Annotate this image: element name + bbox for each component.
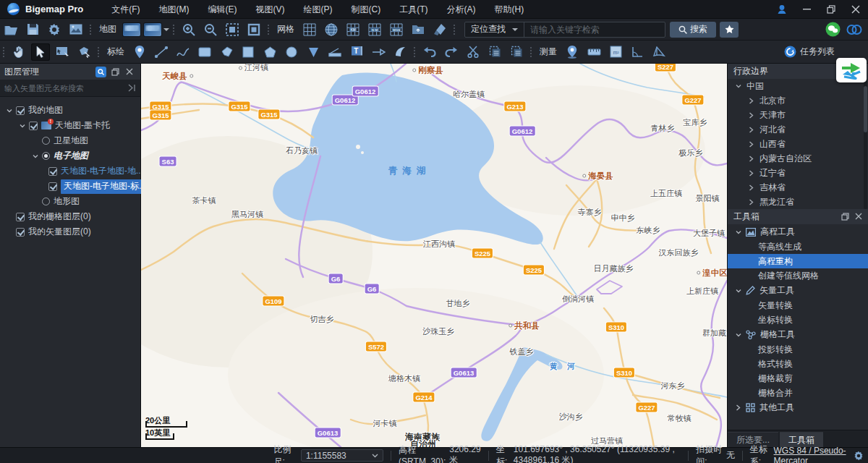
menu-item-0[interactable]: 文件(F) bbox=[102, 0, 149, 19]
settings-gear-icon[interactable] bbox=[45, 21, 64, 38]
wechat-support-icon[interactable] bbox=[825, 22, 841, 37]
measure-position-icon[interactable] bbox=[563, 43, 582, 61]
map-viewport[interactable]: G315G315G315G315G0612G0612G213G0612S227G… bbox=[141, 64, 727, 447]
toolbox-item[interactable]: 栅格裁剪 bbox=[728, 371, 868, 386]
admin-scrollbar[interactable] bbox=[864, 80, 867, 209]
layer-search-icon[interactable] bbox=[94, 66, 107, 77]
plot-pentagon-icon[interactable] bbox=[260, 43, 279, 61]
admin-province-6[interactable]: 吉林省 bbox=[728, 180, 868, 195]
layer-tree-row[interactable]: 我的栅格图层(0) bbox=[0, 209, 140, 224]
admin-province-5[interactable]: 辽宁省 bbox=[728, 166, 868, 180]
zoom-in-icon[interactable] bbox=[179, 21, 198, 38]
zoom-rect-icon[interactable] bbox=[244, 21, 263, 38]
grid-wgs-icon[interactable]: WGS bbox=[387, 21, 406, 38]
locate-mode-select[interactable]: 定位查找 bbox=[465, 23, 524, 35]
menu-item-3[interactable]: 视图(V) bbox=[247, 0, 294, 19]
image-export-icon[interactable] bbox=[67, 21, 85, 38]
chevron-down-icon[interactable] bbox=[735, 287, 741, 294]
chevron-right-icon[interactable] bbox=[748, 141, 754, 148]
collapse-panel-icon[interactable] bbox=[127, 84, 136, 92]
layer-filter-input[interactable] bbox=[4, 84, 127, 93]
admin-province-3[interactable]: 山西省 bbox=[728, 137, 868, 151]
chevron-right-icon[interactable] bbox=[748, 98, 754, 104]
basemap-thumbnail-1[interactable] bbox=[122, 21, 141, 38]
pan-hand-icon[interactable] bbox=[9, 43, 28, 61]
cut-scissors-icon[interactable] bbox=[464, 43, 482, 61]
task-list-icon[interactable] bbox=[784, 46, 796, 58]
toolbox-item[interactable]: 等高线生成 bbox=[728, 239, 868, 254]
chevron-down-icon[interactable] bbox=[19, 122, 25, 129]
toolbox-item[interactable]: 坐标转换 bbox=[728, 313, 868, 327]
grid-globe-icon[interactable] bbox=[322, 21, 341, 38]
layer-panel-float-icon[interactable] bbox=[109, 66, 122, 77]
plot-slope-icon[interactable] bbox=[326, 43, 344, 61]
measure-protractor-icon[interactable] bbox=[650, 43, 668, 61]
chevron-down-icon[interactable] bbox=[735, 229, 741, 235]
chevron-right-icon[interactable] bbox=[748, 127, 754, 133]
select-by-screen-icon[interactable] bbox=[53, 43, 72, 61]
floating-launcher[interactable] bbox=[836, 58, 867, 82]
chevron-down-icon[interactable] bbox=[32, 153, 38, 159]
grid-icon[interactable] bbox=[300, 21, 319, 38]
plot-point-icon[interactable] bbox=[130, 43, 149, 61]
toolbox-group-3[interactable]: 其他工具 bbox=[728, 400, 868, 415]
toolbox-group-0[interactable]: 高程工具 bbox=[728, 224, 868, 239]
chevron-right-icon[interactable] bbox=[748, 199, 754, 205]
admin-province-1[interactable]: 天津市 bbox=[728, 108, 868, 122]
layer-checkbox[interactable] bbox=[16, 106, 25, 115]
layer-checkbox[interactable] bbox=[16, 228, 25, 237]
toolbox-group-2[interactable]: 栅格工具 bbox=[728, 327, 868, 342]
user-avatar-icon[interactable] bbox=[770, 0, 794, 18]
layer-tree-row[interactable]: 天地图-墨卡托 bbox=[0, 118, 140, 133]
menu-item-2[interactable]: 编辑(E) bbox=[199, 0, 247, 19]
admin-province-0[interactable]: 北京市 bbox=[728, 93, 868, 108]
qq-support-icon[interactable] bbox=[846, 23, 862, 36]
plot-line-icon[interactable] bbox=[152, 43, 171, 61]
layer-checkbox[interactable] bbox=[29, 122, 38, 130]
redo-icon[interactable] bbox=[442, 43, 461, 61]
plot-cone-icon[interactable] bbox=[304, 43, 323, 61]
plot-polygon-icon[interactable] bbox=[217, 43, 236, 61]
grid-degree-icon[interactable]: N·M bbox=[365, 21, 384, 38]
menu-item-7[interactable]: 分析(A) bbox=[438, 0, 485, 19]
measure-angle-icon[interactable] bbox=[628, 43, 647, 61]
chevron-right-icon[interactable] bbox=[748, 156, 754, 162]
close-button[interactable] bbox=[843, 0, 868, 18]
plot-arc-icon[interactable] bbox=[391, 43, 409, 61]
layer-checkbox[interactable] bbox=[48, 182, 57, 191]
scale-select[interactable]: 1:1155583 bbox=[301, 449, 383, 462]
save-icon[interactable] bbox=[23, 21, 42, 38]
layer-tree-row[interactable]: 我的矢量图层(0) bbox=[0, 224, 140, 239]
layer-tree-row[interactable]: 卫星地图 bbox=[0, 133, 140, 148]
toolbox-close-icon[interactable] bbox=[855, 213, 862, 220]
toolbox-group-1[interactable]: 矢量工具 bbox=[728, 283, 868, 298]
toolbox-item[interactable]: 高程重构 bbox=[728, 254, 868, 268]
select-cursor-icon[interactable] bbox=[31, 43, 50, 61]
layer-tree-row[interactable]: 天地图-电子地图-标... bbox=[0, 179, 140, 194]
open-project-icon[interactable] bbox=[1, 21, 20, 38]
toolbox-item[interactable]: 矢量转换 bbox=[728, 298, 868, 313]
undo-icon[interactable] bbox=[420, 43, 439, 61]
measure-area-icon[interactable]: m² bbox=[606, 43, 625, 61]
plot-circle-icon[interactable] bbox=[282, 43, 301, 61]
plot-curve-icon[interactable] bbox=[174, 43, 192, 61]
admin-province-4[interactable]: 内蒙古自治区 bbox=[728, 151, 868, 166]
copy-icon[interactable] bbox=[485, 43, 504, 61]
layer-tree-row[interactable]: 天地图-电子地图-地... bbox=[0, 163, 140, 179]
favorites-button[interactable] bbox=[720, 22, 739, 38]
toolbox-item[interactable]: 栅格合并 bbox=[728, 386, 868, 400]
toolbox-item[interactable]: 创建等值线网格 bbox=[728, 268, 868, 283]
measure-distance-icon[interactable] bbox=[584, 43, 603, 61]
layer-tree-row[interactable]: 电子地图 bbox=[0, 148, 140, 163]
plot-text-icon[interactable]: T bbox=[347, 43, 366, 61]
layer-radio[interactable] bbox=[42, 197, 50, 205]
chevron-down-icon[interactable] bbox=[735, 331, 741, 338]
menu-item-8[interactable]: 帮助(H) bbox=[485, 0, 534, 19]
zoom-extent-icon[interactable] bbox=[223, 21, 242, 38]
basemap-thumbnail-2[interactable] bbox=[144, 21, 169, 38]
layer-tree-row[interactable]: 我的地图 bbox=[0, 103, 140, 118]
layer-radio[interactable] bbox=[42, 152, 50, 160]
select-by-polygon-icon[interactable] bbox=[75, 43, 93, 61]
chevron-right-icon[interactable] bbox=[735, 404, 741, 411]
restore-button[interactable] bbox=[819, 0, 843, 18]
